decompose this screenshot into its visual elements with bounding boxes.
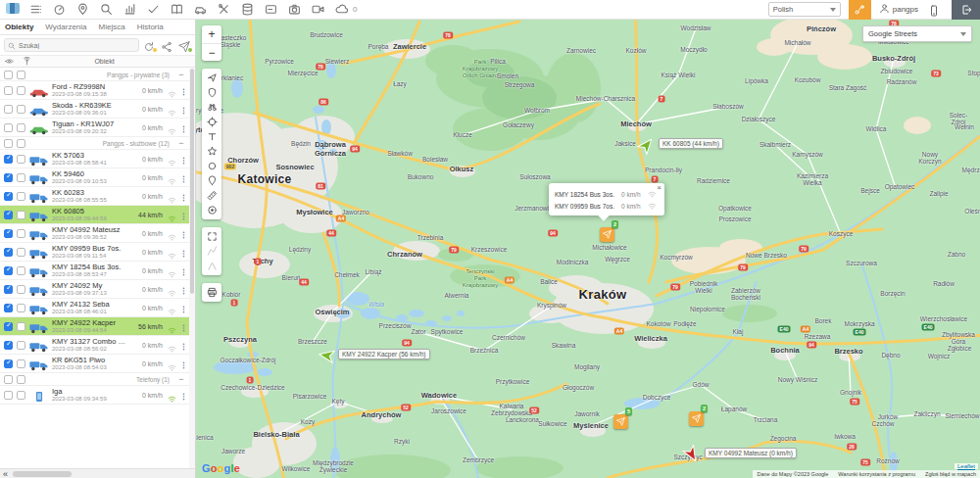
cluster-marker[interactable]: 2 bbox=[689, 411, 704, 426]
visibility-checkbox[interactable] bbox=[4, 86, 13, 95]
database-icon[interactable] bbox=[241, 3, 255, 17]
object-row[interactable]: KMY 04992 Mateusz2023-03-08 09:36:520 km… bbox=[0, 224, 189, 243]
follow-checkbox[interactable] bbox=[17, 229, 25, 238]
target-tool[interactable] bbox=[204, 115, 220, 129]
pangps-logo-icon[interactable] bbox=[6, 3, 20, 17]
zoom-out-button[interactable]: − bbox=[202, 43, 221, 61]
object-row[interactable]: KK 594602023-03-08 09:10:530 km/h bbox=[0, 168, 189, 187]
object-row[interactable]: KMY 09959 Bus 7os.2023-03-08 09:11:540 k… bbox=[0, 243, 189, 262]
row-menu-icon[interactable] bbox=[179, 339, 189, 351]
map[interactable]: Miasteczko ŚląskieBrudzowicePorębaZawier… bbox=[196, 20, 980, 478]
leaflet-link[interactable]: Leaflet bbox=[955, 463, 978, 469]
row-menu-icon[interactable] bbox=[179, 227, 189, 239]
cluster-marker[interactable]: 2 bbox=[600, 227, 614, 242]
follow-checkbox[interactable] bbox=[17, 359, 25, 368]
tab-miejsca[interactable]: Miejsca bbox=[99, 23, 125, 31]
object-row[interactable]: Tiguan - KR1WJ072023-03-08 09:20:320 km/… bbox=[0, 119, 189, 137]
vehicle-map-label[interactable]: KMY 04992 Mateusz (0 km/h) bbox=[705, 448, 797, 458]
group-row[interactable]: Telefony (1)− bbox=[0, 373, 189, 386]
object-row[interactable]: KK 602832023-03-08 08:55:550 km/h bbox=[0, 187, 189, 206]
follow-checkbox[interactable] bbox=[17, 375, 25, 384]
row-menu-icon[interactable] bbox=[179, 264, 189, 276]
location-tool[interactable] bbox=[204, 203, 220, 217]
visibility-checkbox[interactable] bbox=[4, 304, 13, 312]
row-menu-icon[interactable] bbox=[179, 246, 189, 258]
follow-checkbox[interactable] bbox=[17, 391, 25, 400]
menu-list-icon[interactable] bbox=[29, 3, 43, 17]
vehicles-icon[interactable] bbox=[194, 3, 208, 17]
object-row[interactable]: KMY 24922 Kacper2023-03-08 09:44:5456 km… bbox=[0, 317, 189, 336]
tools-icon[interactable] bbox=[218, 3, 231, 17]
group-row[interactable]: Pangps - prywatne (3)− bbox=[0, 69, 189, 81]
circle-tool[interactable] bbox=[204, 159, 220, 173]
row-menu-icon[interactable] bbox=[179, 190, 189, 202]
popup-row[interactable]: KMY 18254 Bus 3os.0 km/h bbox=[555, 188, 659, 200]
visibility-checkbox[interactable] bbox=[4, 192, 13, 201]
polyline-tool[interactable] bbox=[204, 244, 220, 259]
eye-icon[interactable] bbox=[5, 57, 14, 66]
visibility-checkbox[interactable] bbox=[4, 211, 13, 219]
object-row[interactable]: KMY 24132 Seba2023-03-08 08:46:010 km/h bbox=[0, 299, 189, 317]
collapse-group-icon[interactable]: − bbox=[175, 138, 187, 148]
follow-icon[interactable] bbox=[143, 39, 156, 52]
visibility-checkbox[interactable] bbox=[4, 105, 13, 114]
follow-checkbox[interactable] bbox=[17, 248, 25, 257]
tab-historia[interactable]: Historia bbox=[137, 23, 164, 31]
follow-checkbox[interactable] bbox=[17, 86, 25, 95]
follow-checkbox[interactable] bbox=[17, 322, 25, 331]
dashboard-gauge-icon[interactable] bbox=[53, 3, 67, 17]
visibility-checkbox[interactable] bbox=[4, 123, 13, 132]
binoculars-tool[interactable] bbox=[204, 100, 220, 115]
follow-checkbox[interactable] bbox=[17, 105, 25, 114]
follow-checkbox[interactable] bbox=[17, 139, 25, 148]
popup-row[interactable]: KMY 09959 Bus 7os.0 km/h bbox=[555, 200, 659, 212]
object-row[interactable]: Skoda - KR639KE2023-03-08 09:36:010 km/h bbox=[0, 100, 189, 119]
row-menu-icon[interactable] bbox=[179, 121, 189, 133]
follow-checkbox[interactable] bbox=[17, 173, 25, 182]
follow-checkbox[interactable] bbox=[17, 304, 25, 312]
visibility-checkbox[interactable] bbox=[4, 248, 13, 257]
row-menu-icon[interactable] bbox=[179, 171, 189, 183]
map-type-select[interactable]: Google Streets bbox=[862, 25, 972, 42]
video-icon[interactable] bbox=[312, 3, 325, 17]
row-menu-icon[interactable] bbox=[179, 209, 189, 220]
follow-objects-button[interactable] bbox=[849, 0, 871, 20]
close-icon[interactable]: × bbox=[657, 184, 662, 192]
cloud-sync-icon[interactable] bbox=[335, 3, 349, 17]
row-menu-icon[interactable] bbox=[179, 84, 189, 96]
visibility-checkbox[interactable] bbox=[4, 391, 13, 400]
vehicle-arrow-marker[interactable] bbox=[318, 348, 334, 363]
collapse-group-icon[interactable]: − bbox=[175, 70, 187, 79]
visibility-checkbox[interactable] bbox=[4, 375, 13, 384]
angle-tool[interactable] bbox=[204, 259, 220, 273]
object-row[interactable]: Ford - RZ9998N2023-03-08 09:15:380 km/h bbox=[0, 81, 189, 100]
tab-obiekty[interactable]: Obiekty bbox=[5, 23, 33, 31]
cluster-marker[interactable]: 5 bbox=[613, 414, 628, 429]
logbook-icon[interactable] bbox=[171, 3, 184, 17]
location-pin-icon[interactable] bbox=[76, 3, 90, 17]
row-menu-icon[interactable] bbox=[179, 153, 189, 165]
visibility-checkbox[interactable] bbox=[4, 341, 13, 350]
object-row[interactable]: KMY 18254 Bus 3os.2023-03-08 08:53:470 k… bbox=[0, 262, 189, 280]
logout-button[interactable] bbox=[952, 0, 980, 20]
send-icon[interactable] bbox=[178, 39, 191, 52]
visibility-checkbox[interactable] bbox=[4, 229, 13, 238]
follow-checkbox[interactable] bbox=[17, 123, 25, 132]
visibility-checkbox[interactable] bbox=[4, 359, 13, 368]
object-row[interactable]: KMY 24092 My2023-03-08 09:37:130 km/h bbox=[0, 280, 189, 299]
report-chart-icon[interactable] bbox=[123, 3, 137, 17]
shield-tool[interactable] bbox=[204, 85, 220, 100]
marker-pin-tool[interactable] bbox=[204, 173, 220, 188]
user-menu[interactable]: pangps bbox=[879, 3, 918, 16]
horizontal-scrollbar[interactable]: « bbox=[0, 468, 195, 478]
object-row[interactable]: KMY 31327 Combo Pat...2023-03-08 08:56:0… bbox=[0, 336, 189, 355]
object-row[interactable]: KK 608052023-03-08 09:44:5644 km/h bbox=[0, 206, 189, 224]
follow-checkbox[interactable] bbox=[17, 341, 25, 350]
text-tool[interactable] bbox=[204, 129, 220, 144]
expand-tool[interactable] bbox=[204, 229, 220, 244]
follow-checkbox[interactable] bbox=[17, 71, 25, 79]
collapse-sidebar-button[interactable]: « bbox=[0, 470, 11, 478]
collapse-group-icon[interactable]: − bbox=[175, 374, 187, 384]
vehicle-map-label[interactable]: KMY 24922 Kacper (56 km/h) bbox=[338, 349, 430, 359]
share-icon[interactable] bbox=[161, 39, 173, 52]
